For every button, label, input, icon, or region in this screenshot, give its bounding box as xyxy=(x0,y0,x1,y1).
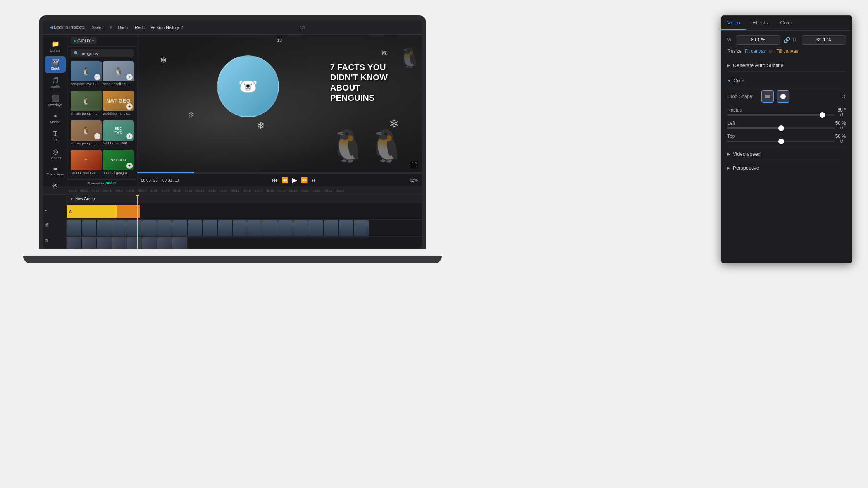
media-thumbnail: BBCTWO + xyxy=(103,120,134,141)
video-frame xyxy=(293,220,308,236)
group-header: ▼ New Group xyxy=(67,195,422,203)
left-slider-row: Left 50 % ↺ xyxy=(727,120,846,129)
auto-subtitle-section[interactable]: ▶ Generate Auto Subtitle xyxy=(727,59,846,72)
sidebar-item-reviews[interactable]: 👁 Reviews xyxy=(45,180,66,187)
or-separator: or xyxy=(769,48,773,54)
media-item[interactable]: NAT GEO + national geogra... xyxy=(103,150,134,178)
left-sidebar: 📁 Library 🎬 Stock 🎵 Audio ⬛ xyxy=(43,35,67,187)
sidebar-item-transitions[interactable]: ⇌ Transitions xyxy=(45,164,66,179)
text-clip-orange[interactable] xyxy=(117,205,140,218)
version-history-button[interactable]: Version History xyxy=(150,25,179,30)
skip-to-start-button[interactable]: ⏮ xyxy=(271,176,278,184)
video-frame xyxy=(354,220,369,236)
top-slider-track[interactable]: ↺ xyxy=(727,141,835,142)
video-track-label: 🎬 xyxy=(45,223,49,227)
crop-section-header[interactable]: ▼ Crop xyxy=(727,75,846,87)
tab-color[interactable]: Color xyxy=(774,16,799,30)
sidebar-item-library[interactable]: 📁 Library xyxy=(45,38,66,55)
shapes-icon: ◎ xyxy=(53,148,58,155)
library-icon: 📁 xyxy=(52,40,59,48)
top-reset-button[interactable]: ↺ xyxy=(840,139,844,144)
radius-reset-button[interactable]: ↺ xyxy=(840,112,844,118)
media-item[interactable]: 🏃 Go Out Run GIF... xyxy=(71,150,102,178)
circle-shape-button[interactable] xyxy=(777,90,789,103)
video-track-2[interactable] xyxy=(67,237,422,249)
video-frame xyxy=(278,220,293,236)
media-source-bar: ● GIPHY ▾ xyxy=(67,35,137,47)
right-panel: Video Effects Color W 69.1 % 🔗 H 69.1 % … xyxy=(721,15,852,263)
video-canvas: 🐧🐧 🐧 🐻‍❄️ ❄ xyxy=(137,35,422,172)
video-frame xyxy=(142,237,157,249)
total-time: 00:30 xyxy=(162,178,172,182)
timeline-area: 00:01 00:02 00:03 00:04 00:05 00:06 00:0… xyxy=(43,187,422,249)
top-slider-thumb[interactable] xyxy=(778,139,784,144)
video-frame xyxy=(233,220,248,236)
video-frame xyxy=(97,237,112,249)
source-chevron-icon: ▾ xyxy=(92,39,94,43)
left-reset-button[interactable]: ↺ xyxy=(840,125,844,131)
add-media-button[interactable]: + xyxy=(94,74,100,80)
top-value: 50 % xyxy=(835,134,846,139)
text-clip-a[interactable]: A xyxy=(67,205,117,218)
height-input[interactable]: 69.1 % xyxy=(802,35,846,45)
fast-forward-button[interactable]: ⏩ xyxy=(300,176,308,184)
add-media-button[interactable]: + xyxy=(94,133,100,139)
laptop-screen: ◀ Back to Projects Saved ▾ Undo Redo Ver… xyxy=(43,20,422,249)
back-to-projects-button[interactable]: ◀ Back to Projects xyxy=(48,24,86,31)
media-item[interactable]: 🐧 + penguins love GIF xyxy=(71,61,102,89)
skip-to-end-button[interactable]: ⏭ xyxy=(311,176,318,184)
media-panel: ● GIPHY ▾ 🔍 xyxy=(67,35,137,187)
perspective-chevron-icon: ▶ xyxy=(727,166,730,170)
media-item-label: penguin falling ... xyxy=(103,82,134,86)
fill-canvas-button[interactable]: Fill canvas xyxy=(776,48,798,54)
tab-effects[interactable]: Effects xyxy=(746,16,774,30)
sidebar-item-text[interactable]: T Text xyxy=(45,128,66,144)
left-slider-thumb[interactable] xyxy=(778,125,784,131)
radius-slider-thumb[interactable] xyxy=(820,112,825,118)
resize-button[interactable]: Resize xyxy=(727,48,742,54)
media-item[interactable]: 🐧 + penguin falling ... xyxy=(103,61,134,89)
width-input[interactable]: 69.1 % xyxy=(736,35,780,45)
sidebar-item-shapes[interactable]: ◎ Shapes xyxy=(45,146,66,162)
tab-video[interactable]: Video xyxy=(721,16,746,30)
add-media-button[interactable]: + xyxy=(126,133,133,139)
group-label: New Group xyxy=(75,197,95,201)
perspective-section[interactable]: ▶ Perspective xyxy=(727,161,846,175)
fullscreen-button[interactable]: ⛶ xyxy=(410,161,418,169)
video-frame xyxy=(172,220,187,236)
rect-shape-button[interactable] xyxy=(761,90,774,103)
rewind-button[interactable]: ⏪ xyxy=(281,176,289,184)
sidebar-item-stock[interactable]: 🎬 Stock xyxy=(45,56,66,73)
fit-canvas-button[interactable]: Fit canvas xyxy=(745,48,766,54)
undo-button[interactable]: Undo xyxy=(116,24,129,31)
radius-slider-track[interactable]: ↺ xyxy=(727,114,835,116)
video-frame xyxy=(157,220,172,236)
media-item[interactable]: 🐧 + african penguin ... xyxy=(71,120,102,148)
media-thumbnail: NAT GEO + xyxy=(103,91,134,111)
media-thumbnail: 🐧 + xyxy=(71,120,102,141)
search-input[interactable] xyxy=(81,51,131,56)
playhead[interactable] xyxy=(137,195,138,249)
media-item[interactable]: 🐧 african penguin ... xyxy=(71,91,102,119)
video-speed-section[interactable]: ▶ Video speed xyxy=(727,147,846,161)
add-media-button[interactable]: + xyxy=(126,74,133,80)
video-track-1[interactable] xyxy=(67,220,422,237)
crop-shape-reset-button[interactable]: ↺ xyxy=(841,93,846,100)
video-frame xyxy=(324,220,338,236)
media-item[interactable]: BBCTWO + fall bbc two GIF... xyxy=(103,120,134,148)
play-button[interactable]: ▶ xyxy=(291,175,298,185)
sidebar-item-motion[interactable]: ✦ Motion xyxy=(45,111,66,126)
giphy-source-button[interactable]: ● GIPHY ▾ xyxy=(71,37,97,44)
top-slider-row: Top 50 % ↺ xyxy=(727,134,846,142)
left-slider-track[interactable]: ↺ xyxy=(727,127,835,129)
video-frame xyxy=(263,220,278,236)
video-frame xyxy=(67,237,81,249)
sidebar-item-overlays[interactable]: ⬛ Overlays xyxy=(45,93,66,109)
link-dimensions-icon[interactable]: 🔗 xyxy=(784,37,790,43)
motion-icon: ✦ xyxy=(53,113,58,119)
media-item[interactable]: NAT GEO + waddling nat ge... xyxy=(103,91,134,119)
add-media-button[interactable]: + xyxy=(126,163,133,169)
sidebar-item-audio[interactable]: 🎵 Audio xyxy=(45,74,66,91)
redo-button[interactable]: Redo xyxy=(133,24,146,31)
progress-bar-area xyxy=(137,172,422,173)
